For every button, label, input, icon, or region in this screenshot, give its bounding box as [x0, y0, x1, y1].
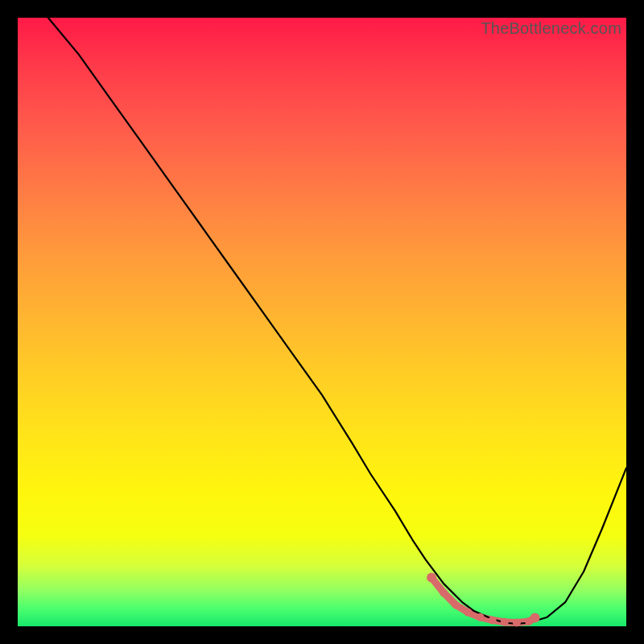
optimal-band-dot: [464, 609, 472, 617]
optimal-band-dot: [501, 618, 509, 626]
optimal-band-dot: [427, 573, 436, 583]
bottleneck-curve-line: [48, 18, 626, 624]
optimal-band-dot: [530, 613, 540, 622]
optimal-band-dot: [489, 616, 497, 624]
chart-plot-area: TheBottleneck.com: [18, 18, 626, 626]
chart-svg: [18, 18, 626, 626]
optimal-band-dot: [452, 601, 460, 609]
optimal-band-dot: [477, 613, 485, 621]
optimal-band-dot: [513, 619, 521, 627]
watermark-text: TheBottleneck.com: [481, 19, 621, 38]
optimal-band-dot: [440, 588, 448, 597]
